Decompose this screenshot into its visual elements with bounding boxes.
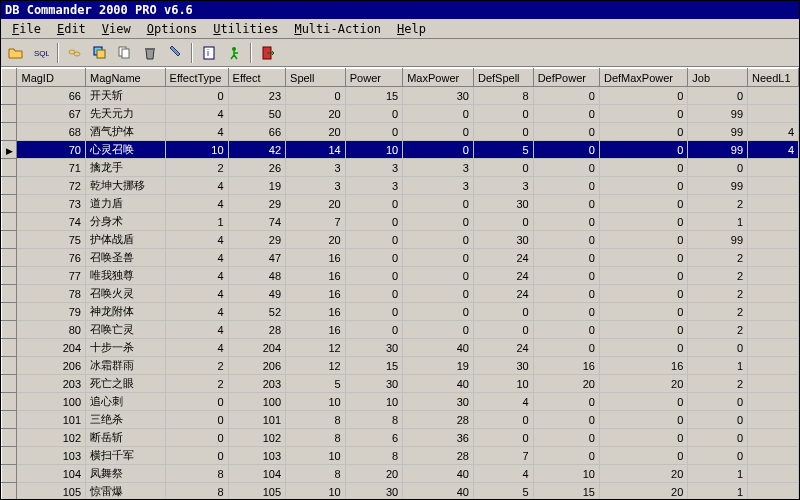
col-header-Job[interactable]: Job bbox=[688, 69, 748, 87]
cell-MaxPower[interactable]: 40 bbox=[403, 483, 474, 500]
cell-EffectType[interactable]: 0 bbox=[165, 411, 228, 429]
cell-EffectType[interactable]: 4 bbox=[165, 249, 228, 267]
cell-Effect[interactable]: 48 bbox=[228, 267, 285, 285]
cell-MaxPower[interactable]: 30 bbox=[403, 87, 474, 105]
cell-Spell[interactable]: 20 bbox=[286, 231, 346, 249]
col-header-EffectType[interactable]: EffectType bbox=[165, 69, 228, 87]
cell-DefPower[interactable]: 0 bbox=[533, 411, 599, 429]
cell-MagID[interactable]: 66 bbox=[17, 87, 86, 105]
cell-Job[interactable]: 2 bbox=[688, 303, 748, 321]
cell-NeedL1[interactable] bbox=[748, 483, 799, 500]
row-indicator[interactable] bbox=[2, 393, 17, 411]
table-row[interactable]: 76召唤圣兽447160024002 bbox=[2, 249, 799, 267]
cell-EffectType[interactable]: 0 bbox=[165, 447, 228, 465]
cell-DefSpell[interactable]: 5 bbox=[473, 141, 533, 159]
cell-DefMaxPower[interactable]: 0 bbox=[599, 159, 687, 177]
cell-Job[interactable]: 2 bbox=[688, 321, 748, 339]
cell-DefMaxPower[interactable]: 0 bbox=[599, 303, 687, 321]
cell-MagID[interactable]: 76 bbox=[17, 249, 86, 267]
menu-view[interactable]: View bbox=[95, 21, 138, 37]
cell-DefSpell[interactable]: 24 bbox=[473, 285, 533, 303]
copy-button[interactable] bbox=[114, 42, 136, 63]
cell-DefPower[interactable]: 0 bbox=[533, 249, 599, 267]
cell-MaxPower[interactable]: 40 bbox=[403, 339, 474, 357]
cell-NeedL1[interactable] bbox=[748, 213, 799, 231]
row-indicator[interactable] bbox=[2, 465, 17, 483]
cell-DefSpell[interactable]: 4 bbox=[473, 393, 533, 411]
cell-NeedL1[interactable] bbox=[748, 411, 799, 429]
menu-edit[interactable]: Edit bbox=[50, 21, 93, 37]
cell-MagID[interactable]: 206 bbox=[17, 357, 86, 375]
cell-MagName[interactable]: 擒龙手 bbox=[86, 159, 166, 177]
cell-DefPower[interactable]: 0 bbox=[533, 231, 599, 249]
cell-Job[interactable]: 99 bbox=[688, 231, 748, 249]
cell-DefSpell[interactable]: 0 bbox=[473, 159, 533, 177]
cell-MagName[interactable]: 惊雷爆 bbox=[86, 483, 166, 500]
cell-Effect[interactable]: 28 bbox=[228, 321, 285, 339]
cell-Power[interactable]: 30 bbox=[345, 339, 402, 357]
cell-MagName[interactable]: 召唤圣兽 bbox=[86, 249, 166, 267]
cell-MaxPower[interactable]: 3 bbox=[403, 177, 474, 195]
col-header-Effect[interactable]: Effect bbox=[228, 69, 285, 87]
row-indicator[interactable] bbox=[2, 105, 17, 123]
col-header-DefMaxPower[interactable]: DefMaxPower bbox=[599, 69, 687, 87]
cell-MaxPower[interactable]: 0 bbox=[403, 267, 474, 285]
row-indicator[interactable] bbox=[2, 303, 17, 321]
cell-Effect[interactable]: 104 bbox=[228, 465, 285, 483]
cell-Effect[interactable]: 26 bbox=[228, 159, 285, 177]
cell-MaxPower[interactable]: 0 bbox=[403, 105, 474, 123]
cell-DefSpell[interactable]: 4 bbox=[473, 465, 533, 483]
cell-Effect[interactable]: 102 bbox=[228, 429, 285, 447]
cell-DefPower[interactable]: 0 bbox=[533, 393, 599, 411]
cell-DefPower[interactable]: 20 bbox=[533, 375, 599, 393]
row-indicator[interactable] bbox=[2, 123, 17, 141]
cell-Spell[interactable]: 8 bbox=[286, 411, 346, 429]
cell-EffectType[interactable]: 2 bbox=[165, 357, 228, 375]
cell-DefSpell[interactable]: 30 bbox=[473, 195, 533, 213]
cell-DefMaxPower[interactable]: 16 bbox=[599, 357, 687, 375]
cell-MagID[interactable]: 79 bbox=[17, 303, 86, 321]
cell-MagName[interactable]: 冰霜群雨 bbox=[86, 357, 166, 375]
cell-Power[interactable]: 0 bbox=[345, 249, 402, 267]
cell-Spell[interactable]: 20 bbox=[286, 195, 346, 213]
cell-Effect[interactable]: 105 bbox=[228, 483, 285, 500]
row-indicator[interactable] bbox=[2, 231, 17, 249]
cell-MagName[interactable]: 开天斩 bbox=[86, 87, 166, 105]
col-header-MagID[interactable]: MagID bbox=[17, 69, 86, 87]
cell-NeedL1[interactable] bbox=[748, 357, 799, 375]
cell-EffectType[interactable]: 0 bbox=[165, 393, 228, 411]
cell-Job[interactable]: 0 bbox=[688, 339, 748, 357]
cell-NeedL1[interactable]: 4 bbox=[748, 123, 799, 141]
cell-MagName[interactable]: 三绝杀 bbox=[86, 411, 166, 429]
cell-MagID[interactable]: 103 bbox=[17, 447, 86, 465]
col-header-NeedL1[interactable]: NeedL1 bbox=[748, 69, 799, 87]
cell-Job[interactable]: 1 bbox=[688, 465, 748, 483]
delete-button[interactable] bbox=[139, 42, 161, 63]
cell-DefMaxPower[interactable]: 0 bbox=[599, 231, 687, 249]
cell-Effect[interactable]: 49 bbox=[228, 285, 285, 303]
row-indicator[interactable] bbox=[2, 339, 17, 357]
info-button[interactable]: i bbox=[198, 42, 220, 63]
cell-Job[interactable]: 1 bbox=[688, 213, 748, 231]
col-header-Spell[interactable]: Spell bbox=[286, 69, 346, 87]
cell-Spell[interactable]: 12 bbox=[286, 339, 346, 357]
cell-DefPower[interactable]: 0 bbox=[533, 429, 599, 447]
cell-MagID[interactable]: 68 bbox=[17, 123, 86, 141]
cell-MagID[interactable]: 73 bbox=[17, 195, 86, 213]
cell-Spell[interactable]: 16 bbox=[286, 285, 346, 303]
table-row[interactable]: 79神龙附体45216000002 bbox=[2, 303, 799, 321]
cell-MagID[interactable]: 80 bbox=[17, 321, 86, 339]
refresh-button[interactable] bbox=[164, 42, 186, 63]
col-header-DefSpell[interactable]: DefSpell bbox=[473, 69, 533, 87]
cell-Spell[interactable]: 10 bbox=[286, 393, 346, 411]
cell-EffectType[interactable]: 4 bbox=[165, 123, 228, 141]
cell-MaxPower[interactable]: 19 bbox=[403, 357, 474, 375]
table-row[interactable]: 80召唤亡灵42816000002 bbox=[2, 321, 799, 339]
cell-Effect[interactable]: 19 bbox=[228, 177, 285, 195]
cell-DefSpell[interactable]: 8 bbox=[473, 87, 533, 105]
exit-button[interactable] bbox=[257, 42, 279, 63]
cell-Power[interactable]: 8 bbox=[345, 411, 402, 429]
cell-MagName[interactable]: 神龙附体 bbox=[86, 303, 166, 321]
row-indicator[interactable] bbox=[2, 429, 17, 447]
table-row[interactable]: 103横扫千军0103108287000 bbox=[2, 447, 799, 465]
